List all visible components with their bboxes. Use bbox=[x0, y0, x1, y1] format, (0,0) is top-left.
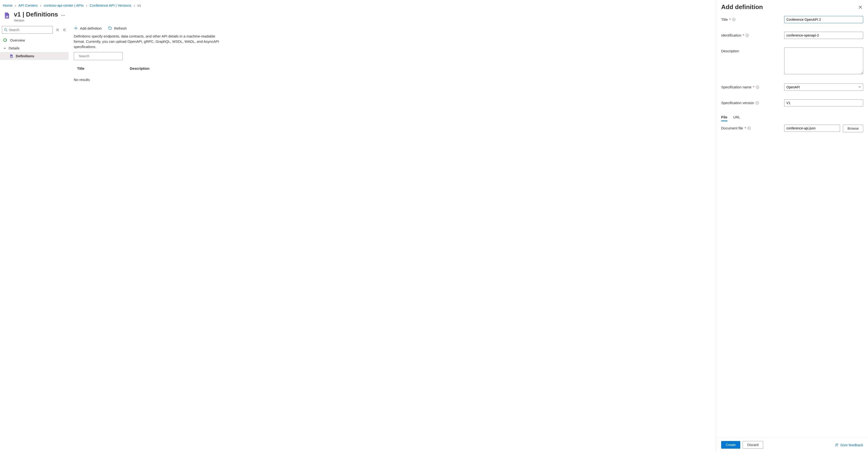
definitions-icon bbox=[9, 54, 13, 58]
panel-title: Add definition bbox=[721, 3, 763, 11]
chevron-double-left-icon bbox=[63, 28, 66, 32]
title-label: Title bbox=[721, 18, 728, 22]
sidebar: Overview Details Definitions bbox=[0, 25, 68, 86]
svg-point-0 bbox=[4, 28, 6, 31]
sidebar-item-overview[interactable]: Overview bbox=[0, 36, 68, 44]
clear-search-button[interactable] bbox=[55, 27, 60, 33]
close-panel-button[interactable] bbox=[858, 4, 863, 10]
svg-point-14 bbox=[756, 86, 759, 86]
svg-line-1 bbox=[6, 30, 7, 31]
description-text: Definitions specify endpoints, data cont… bbox=[74, 34, 226, 49]
col-title: Title bbox=[77, 66, 85, 70]
page-subtitle: Version bbox=[14, 19, 65, 22]
required-indicator: * bbox=[753, 85, 754, 86]
required-indicator: * bbox=[729, 18, 731, 22]
description-input[interactable] bbox=[784, 48, 863, 74]
version-icon bbox=[3, 12, 10, 19]
spec-name-label: Specification name bbox=[721, 85, 751, 86]
info-icon[interactable] bbox=[732, 18, 736, 21]
breadcrumb-api[interactable]: Conference API | Versions bbox=[90, 3, 131, 7]
overview-icon bbox=[3, 38, 8, 42]
close-icon bbox=[859, 5, 862, 9]
svg-rect-13 bbox=[747, 35, 747, 36]
spec-name-select[interactable] bbox=[784, 84, 863, 86]
sidebar-search-input[interactable] bbox=[7, 28, 51, 32]
add-definition-panel: Add definition Title * Identification * bbox=[716, 0, 868, 86]
refresh-button[interactable]: Refresh bbox=[108, 26, 127, 30]
chevron-right-icon: › bbox=[86, 3, 87, 7]
sidebar-item-definitions[interactable]: Definitions bbox=[0, 52, 68, 60]
svg-rect-10 bbox=[734, 19, 734, 20]
definitions-search[interactable] bbox=[74, 52, 123, 60]
close-icon bbox=[56, 28, 59, 31]
svg-rect-5 bbox=[12, 56, 12, 57]
chevron-down-icon bbox=[3, 47, 6, 50]
chevron-right-icon: › bbox=[40, 3, 41, 7]
sidebar-item-details[interactable]: Details bbox=[0, 44, 68, 52]
button-label: Refresh bbox=[114, 26, 127, 30]
breadcrumb-center[interactable]: contoso-api-center | APIs bbox=[44, 3, 84, 7]
chevron-right-icon: › bbox=[15, 3, 16, 7]
more-actions-button[interactable]: … bbox=[61, 12, 65, 17]
identification-input[interactable] bbox=[784, 32, 863, 39]
definitions-search-input[interactable] bbox=[76, 54, 121, 58]
svg-rect-3 bbox=[11, 56, 11, 57]
identification-label: Identification bbox=[721, 33, 741, 37]
info-icon[interactable] bbox=[756, 86, 759, 86]
description-label: Description bbox=[721, 49, 739, 53]
svg-point-12 bbox=[747, 34, 747, 35]
page-title: v1 | Definitions bbox=[14, 11, 58, 18]
sidebar-item-label: Definitions bbox=[16, 54, 34, 58]
collapse-sidebar-button[interactable] bbox=[62, 27, 67, 33]
svg-rect-4 bbox=[11, 56, 12, 57]
refresh-icon bbox=[108, 26, 112, 30]
search-icon bbox=[4, 28, 7, 32]
add-definition-button[interactable]: Add definition bbox=[74, 26, 102, 30]
breadcrumb-home[interactable]: Home bbox=[3, 3, 12, 7]
breadcrumb-api-centers[interactable]: API Centers bbox=[19, 3, 38, 7]
sidebar-item-label: Details bbox=[9, 46, 20, 50]
info-icon[interactable] bbox=[746, 34, 749, 37]
breadcrumb-current: v1 bbox=[137, 3, 141, 7]
sidebar-item-label: Overview bbox=[10, 38, 25, 42]
button-label: Add definition bbox=[80, 26, 102, 30]
plus-icon bbox=[74, 26, 78, 30]
sidebar-search[interactable] bbox=[2, 26, 53, 34]
required-indicator: * bbox=[743, 33, 744, 37]
title-input[interactable] bbox=[784, 16, 863, 23]
svg-point-9 bbox=[734, 19, 734, 19]
chevron-right-icon: › bbox=[134, 3, 135, 7]
col-description: Description bbox=[130, 66, 150, 70]
